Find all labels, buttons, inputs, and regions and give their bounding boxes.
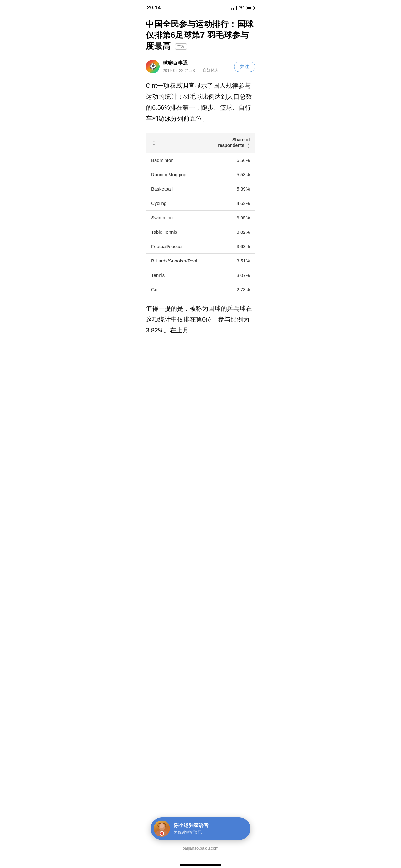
status-icons: [231, 6, 254, 10]
sport-name: Table Tennis: [146, 225, 206, 239]
author-info: 球赛百事通 2019-05-22 21:53 ｜ 自媒体人: [163, 60, 219, 73]
domain-bar: baijiahao.baidu.com: [140, 844, 261, 852]
author-name: 球赛百事通: [163, 60, 219, 67]
avatar: ⚽: [146, 60, 160, 73]
table-header: ▲▼ Share ofrespondents ▲▼: [146, 133, 255, 153]
table-row: Golf 2.73%: [146, 282, 255, 297]
sport-share: 2.73%: [206, 282, 255, 297]
table-row: Basketball 5.39%: [146, 182, 255, 196]
sport-name: Running/Jogging: [146, 167, 206, 182]
table-row: Badminton 6.56%: [146, 153, 255, 167]
audio-card[interactable]: 陈小绻独家语音 为你读新鲜资讯: [151, 817, 250, 840]
table-col2-header: Share ofrespondents ▲▼: [206, 133, 255, 153]
sport-name: Basketball: [146, 182, 206, 196]
sport-name: Football/soccer: [146, 239, 206, 253]
table-body: Badminton 6.56% Running/Jogging 5.53% Ba…: [146, 153, 255, 297]
table-row: Tennis 3.07%: [146, 268, 255, 282]
table-row: Football/soccer 3.63%: [146, 239, 255, 253]
audio-avatar: [154, 820, 170, 837]
author-left: ⚽ 球赛百事通 2019-05-22 21:53 ｜ 自媒体人: [146, 60, 219, 73]
battery-icon: [246, 6, 254, 10]
table-row: Running/Jogging 5.53%: [146, 167, 255, 182]
svg-point-2: [160, 823, 164, 828]
audio-title: 陈小绻独家语音: [174, 823, 244, 829]
table-row: Cycling 4.62%: [146, 196, 255, 210]
sport-name: Tennis: [146, 268, 206, 282]
home-indicator: [179, 864, 222, 866]
audio-subtitle: 为你读新鲜资讯: [174, 830, 244, 835]
sport-share: 4.62%: [206, 196, 255, 210]
table-row: Table Tennis 3.82%: [146, 225, 255, 239]
article-body: Cint一项权威调查显示了国人规律参与运动的统计：羽毛球比例达到人口总数的6.5…: [140, 78, 261, 129]
table-row: Billiards/Snooker/Pool 3.51%: [146, 253, 255, 268]
sport-share: 3.82%: [206, 225, 255, 239]
sport-share: 6.56%: [206, 153, 255, 167]
sport-share: 3.95%: [206, 210, 255, 225]
sport-name: Cycling: [146, 196, 206, 210]
sport-share: 3.07%: [206, 268, 255, 282]
sort-icon-col1: ▲▼: [153, 140, 156, 146]
audio-red-dot: [160, 831, 164, 836]
status-time: 20:14: [147, 5, 161, 11]
footer-text: 值得一提的是，被称为国球的乒乓球在这项统计中仅排在第6位，参与比例为3.82%。…: [140, 301, 261, 341]
audio-info: 陈小绻独家语音 为你读新鲜资讯: [174, 823, 244, 835]
sport-name: Swimming: [146, 210, 206, 225]
table-col1-header: ▲▼: [146, 133, 206, 153]
sport-share: 5.53%: [206, 167, 255, 182]
table-row: Swimming 3.95%: [146, 210, 255, 225]
title-badge: 首发: [175, 43, 187, 50]
sport-share: 5.39%: [206, 182, 255, 196]
sport-share: 3.63%: [206, 239, 255, 253]
sport-name: Badminton: [146, 153, 206, 167]
sort-icon-col2: ▲▼: [247, 143, 250, 149]
article-header: 中国全民参与运动排行：国球仅排第6足球第7 羽毛球参与度最高 首发: [140, 14, 261, 55]
author-meta: 2019-05-22 21:53 ｜ 自媒体人: [163, 67, 219, 73]
status-bar: 20:14: [140, 0, 261, 14]
wifi-icon: [239, 6, 244, 10]
sport-share: 3.51%: [206, 253, 255, 268]
sport-name: Billiards/Snooker/Pool: [146, 253, 206, 268]
signal-icon: [231, 6, 237, 10]
author-row: ⚽ 球赛百事通 2019-05-22 21:53 ｜ 自媒体人 关注: [140, 55, 261, 78]
article-title: 中国全民参与运动排行：国球仅排第6足球第7 羽毛球参与度最高 首发: [146, 19, 255, 52]
follow-button[interactable]: 关注: [234, 62, 255, 72]
sports-table: ▲▼ Share ofrespondents ▲▼ Badminton 6.56…: [146, 133, 255, 297]
sport-name: Golf: [146, 282, 206, 297]
